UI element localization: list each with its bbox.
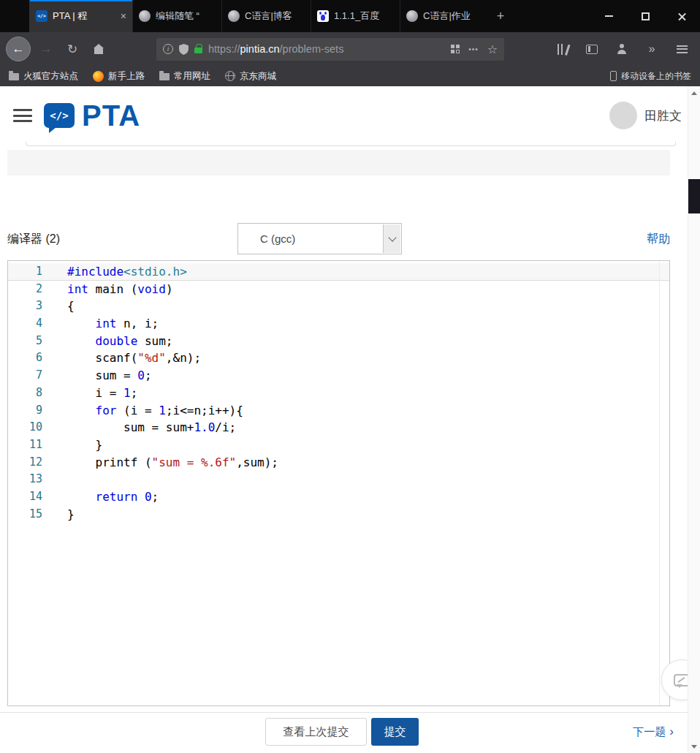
bookmark-item[interactable]: 常用网址 xyxy=(159,70,210,83)
user-menu[interactable]: 田胜文 xyxy=(609,86,682,145)
refresh-button[interactable]: ↻ xyxy=(61,38,83,60)
line-number: 14 xyxy=(8,488,52,506)
browser-tab[interactable]: 1.1.1_百度 xyxy=(311,0,400,32)
bookmark-item[interactable]: 新手上路 xyxy=(93,70,145,83)
code-token: int xyxy=(96,317,117,330)
gray-favicon xyxy=(228,10,240,22)
page-info-icon[interactable]: i xyxy=(163,44,173,54)
help-link[interactable]: 帮助 xyxy=(647,231,670,246)
close-window-button[interactable] xyxy=(663,0,700,32)
account-button[interactable] xyxy=(612,39,631,58)
code-token: 1.0 xyxy=(194,420,215,434)
tracking-shield-icon[interactable] xyxy=(179,44,189,55)
code-line[interactable]: } xyxy=(67,506,669,523)
code-token: ;i<=n;i++){ xyxy=(166,404,243,417)
bookmark-label: 京东商城 xyxy=(240,70,276,83)
submit-button[interactable]: 提交 xyxy=(371,718,419,746)
compiler-label: 编译器 (2) xyxy=(7,231,60,246)
url-text[interactable]: https:// pintia.cn /problem-sets xyxy=(208,43,445,55)
sidebar-button[interactable] xyxy=(582,39,601,58)
editor-gutter: 123456789101112131415 xyxy=(8,261,52,705)
code-line[interactable] xyxy=(67,471,669,488)
code-token: <stdio.h> xyxy=(123,265,187,279)
browser-tab[interactable]: C语言|博客 xyxy=(221,0,311,32)
code-line[interactable]: sum = 0; xyxy=(67,367,669,385)
new-tab-button[interactable]: + xyxy=(489,0,512,32)
mobile-bookmarks-label: 移动设备上的书签 xyxy=(621,70,691,83)
content-panel-bottom-edge xyxy=(26,142,676,146)
minimize-button[interactable] xyxy=(590,0,627,32)
code-line[interactable]: scanf("%d",&n); xyxy=(67,349,669,367)
language-select[interactable]: C (gcc) xyxy=(237,223,402,254)
mobile-bookmarks[interactable]: 移动设备上的书签 xyxy=(610,70,691,83)
editor-code[interactable]: #include<stdio.h>int main (void){ int n,… xyxy=(52,261,669,705)
line-number: 4 xyxy=(8,315,52,333)
code-line[interactable]: double sum; xyxy=(67,333,669,350)
pta-logo-icon: </> xyxy=(44,103,75,128)
pta-logo[interactable]: </> PTA xyxy=(44,101,140,130)
pta-favicon: </> xyxy=(36,10,47,22)
view-last-submission-button[interactable]: 查看上次提交 xyxy=(265,718,367,746)
line-number: 12 xyxy=(8,454,52,472)
code-token: } xyxy=(67,438,102,452)
hamburger-icon xyxy=(677,45,688,53)
code-line[interactable]: return 0; xyxy=(67,488,669,506)
home-button[interactable] xyxy=(88,38,110,60)
browser-tab[interactable]: 编辑随笔 “ xyxy=(132,0,221,32)
page-scrollbar[interactable] xyxy=(688,86,700,753)
qr-code-icon[interactable] xyxy=(451,45,460,53)
code-line[interactable]: i = 1; xyxy=(67,385,669,402)
editor-scrollbar-track[interactable] xyxy=(659,261,660,705)
scrollbar-thumb[interactable] xyxy=(688,179,700,213)
code-line[interactable]: int n, i; xyxy=(67,315,669,333)
code-token: ) xyxy=(166,282,173,296)
line-number: 7 xyxy=(8,367,52,385)
compiler-row: 编译器 (2) C (gcc) 帮助 xyxy=(7,223,670,254)
gray-favicon xyxy=(406,10,418,22)
code-token: ,sum); xyxy=(236,455,278,469)
address-bar[interactable]: i https:// pintia.cn /problem-sets ••• ☆ xyxy=(156,38,504,61)
code-line[interactable]: printf ("sum = %.6f",sum); xyxy=(67,454,669,472)
forward-button[interactable]: → xyxy=(35,38,57,60)
code-token: sum = xyxy=(67,368,137,382)
code-line[interactable]: sum = sum+1.0/i; xyxy=(67,419,669,436)
code-token: sum; xyxy=(137,334,172,348)
scroll-down-arrow[interactable] xyxy=(688,741,700,752)
app-menu-button[interactable] xyxy=(672,39,691,58)
tab-bar: </>PTA | 程×编辑随笔 “C语言|博客1.1.1_百度C语言|作业 + xyxy=(0,0,700,32)
overflow-menu-button[interactable]: » xyxy=(642,39,661,58)
baidu-favicon xyxy=(317,10,329,22)
code-line[interactable]: #include<stdio.h> xyxy=(67,263,669,281)
maximize-icon xyxy=(642,12,650,20)
browser-tab[interactable]: </>PTA | 程× xyxy=(29,0,132,32)
next-problem-link[interactable]: 下一题 › xyxy=(633,713,674,751)
code-editor[interactable]: 123456789101112131415 #include<stdio.h>i… xyxy=(7,260,670,706)
code-line[interactable]: { xyxy=(67,298,669,315)
gray-favicon xyxy=(139,10,151,22)
bookmark-item[interactable]: 火狐官方站点 xyxy=(9,70,78,83)
line-number: 8 xyxy=(8,385,52,402)
tab-title: C语言|作业 xyxy=(423,10,483,23)
bookmarks-list: 火狐官方站点新手上路常用网址京东商城 xyxy=(9,70,276,83)
code-token: ; xyxy=(145,368,152,382)
code-token xyxy=(67,334,96,348)
bookmark-star-icon[interactable]: ☆ xyxy=(487,42,498,56)
page-actions-icon[interactable]: ••• xyxy=(468,45,479,53)
code-line[interactable]: } xyxy=(67,436,669,454)
maximize-button[interactable] xyxy=(627,0,663,32)
tab-title: 编辑随笔 “ xyxy=(156,10,216,23)
tab-close-icon[interactable]: × xyxy=(119,10,126,22)
globe-icon xyxy=(225,71,235,81)
code-token: "%d" xyxy=(137,351,166,365)
bookmark-label: 新手上路 xyxy=(108,70,145,83)
code-line[interactable]: int main (void) xyxy=(67,281,669,298)
scroll-up-arrow[interactable] xyxy=(688,87,700,99)
site-menu-button[interactable] xyxy=(13,106,32,126)
back-button[interactable]: ← xyxy=(6,37,31,61)
code-token: sum = sum+ xyxy=(67,420,194,434)
bookmark-item[interactable]: 京东商城 xyxy=(225,70,276,83)
browser-tab[interactable]: C语言|作业 xyxy=(400,0,489,32)
firefox-icon xyxy=(93,71,104,82)
code-line[interactable]: for (i = 1;i<=n;i++){ xyxy=(67,402,669,420)
library-button[interactable] xyxy=(552,39,571,58)
